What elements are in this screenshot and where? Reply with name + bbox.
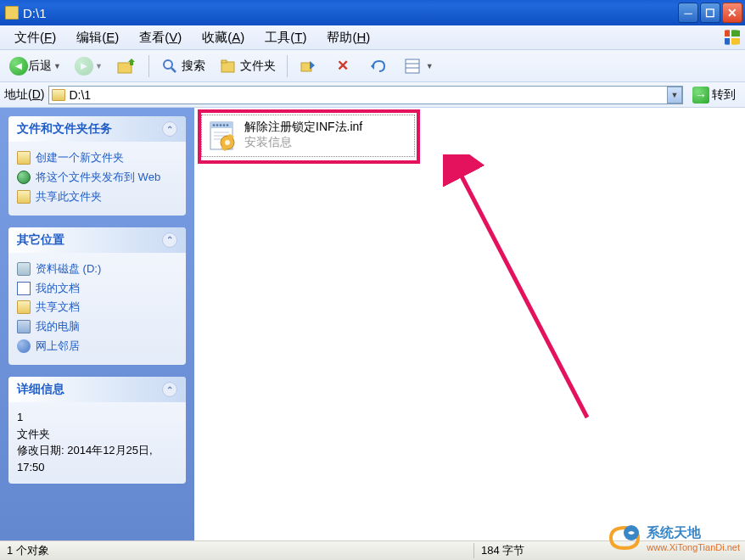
panel-other-title: 其它位置 — [17, 232, 64, 248]
maximize-button[interactable]: ☐ — [700, 3, 720, 23]
chevron-down-icon[interactable]: ▼ — [426, 62, 434, 70]
place-label: 资料磁盘 (D:) — [36, 262, 101, 277]
place-label: 我的电脑 — [36, 320, 80, 334]
up-button[interactable] — [111, 54, 143, 78]
place-shared-documents[interactable]: 共享文档 — [17, 298, 177, 317]
views-button[interactable]: ▼ — [398, 54, 439, 78]
file-item[interactable]: 解除注册锁定INF法.inf 安装信息 — [201, 115, 415, 157]
detail-type: 文件夹 — [17, 426, 177, 443]
detail-name: 1 — [17, 409, 177, 426]
panel-tasks-body: 创建一个新文件夹 将这个文件夹发布到 Web 共享此文件夹 — [8, 142, 186, 216]
window-titlebar: D:\1 ─ ☐ ✕ — [0, 0, 745, 25]
watermark-icon — [608, 521, 641, 555]
place-my-documents[interactable]: 我的文档 — [17, 279, 177, 299]
folder-icon — [5, 6, 19, 20]
task-share[interactable]: 共享此文件夹 — [17, 188, 177, 207]
menu-edit[interactable]: 编辑(E) — [66, 26, 129, 49]
address-dropdown[interactable]: ▼ — [667, 87, 682, 104]
chevron-up-icon: ⌃ — [162, 121, 177, 137]
panel-tasks-header[interactable]: 文件和文件夹任务 ⌃ — [8, 116, 186, 142]
svg-line-23 — [458, 170, 587, 417]
panel-details: 详细信息 ⌃ 1 文件夹 修改日期: 2014年12月25日, 17:50 — [8, 377, 186, 484]
svg-point-15 — [227, 124, 229, 126]
place-my-computer[interactable]: 我的电脑 — [17, 317, 177, 337]
addressbar: 地址(D) D:\1 ▼ → 转到 — [0, 82, 745, 108]
task-new-folder[interactable]: 创建一个新文件夹 — [17, 148, 177, 168]
main-area: 文件和文件夹任务 ⌃ 创建一个新文件夹 将这个文件夹发布到 Web 共享此文件夹 — [0, 108, 745, 540]
svg-rect-4 — [221, 60, 227, 63]
search-label: 搜索 — [182, 59, 205, 74]
file-name: 解除注册锁定INF法.inf — [244, 119, 362, 134]
menu-view[interactable]: 查看(V) — [129, 26, 192, 49]
toolbar: ◄ 后退 ▼ ► ▼ 搜索 文件夹 ✕ — [0, 50, 745, 82]
inf-file-icon — [205, 119, 239, 153]
menu-favorites[interactable]: 收藏(A) — [192, 26, 255, 49]
computer-icon — [17, 320, 31, 333]
forward-button[interactable]: ► ▼ — [70, 54, 108, 78]
menubar: 文件(F) 编辑(E) 查看(V) 收藏(A) 工具(T) 帮助(H) — [0, 25, 745, 50]
address-label: 地址(D) — [4, 87, 44, 103]
panel-other-header[interactable]: 其它位置 ⌃ — [8, 227, 186, 253]
panel-other-places: 其它位置 ⌃ 资料磁盘 (D:) 我的文档 共享文档 我的电脑 — [8, 227, 186, 365]
svg-point-13 — [220, 124, 222, 126]
place-label: 网上邻居 — [36, 339, 80, 354]
place-drive-d[interactable]: 资料磁盘 (D:) — [17, 260, 177, 279]
menu-help[interactable]: 帮助(H) — [316, 26, 380, 49]
delete-button[interactable]: ✕ — [328, 54, 360, 78]
undo-button[interactable] — [363, 54, 395, 78]
place-network[interactable]: 网上邻居 — [17, 337, 177, 356]
place-label: 共享文档 — [36, 300, 80, 315]
folder-up-icon — [116, 57, 135, 76]
separator — [287, 55, 288, 77]
menu-file[interactable]: 文件(F) — [4, 26, 66, 49]
back-icon: ◄ — [9, 57, 28, 76]
panel-tasks: 文件和文件夹任务 ⌃ 创建一个新文件夹 将这个文件夹发布到 Web 共享此文件夹 — [8, 116, 186, 216]
forward-icon: ► — [75, 57, 93, 76]
chevron-up-icon: ⌃ — [162, 382, 177, 397]
task-label: 共享此文件夹 — [36, 190, 102, 204]
svg-point-20 — [225, 140, 230, 145]
search-button[interactable]: 搜索 — [155, 54, 210, 78]
chevron-up-icon: ⌃ — [162, 232, 177, 248]
panel-tasks-title: 文件和文件夹任务 — [17, 121, 112, 137]
file-text: 解除注册锁定INF法.inf 安装信息 — [244, 119, 362, 153]
chevron-down-icon[interactable]: ▼ — [53, 62, 61, 70]
panel-details-body: 1 文件夹 修改日期: 2014年12月25日, 17:50 — [8, 402, 186, 484]
move-icon — [299, 57, 317, 76]
go-button[interactable]: → 转到 — [687, 85, 741, 105]
folders-button[interactable]: 文件夹 — [214, 54, 281, 78]
window-title: D:\1 — [23, 6, 676, 20]
task-publish[interactable]: 将这个文件夹发布到 Web — [17, 168, 177, 188]
detail-modified: 修改日期: 2014年12月25日, 17:50 — [17, 442, 177, 475]
windows-logo-icon — [723, 28, 742, 47]
watermark-url: www.XiTongTianDi.net — [647, 542, 740, 552]
menu-tools[interactable]: 工具(T) — [255, 26, 316, 49]
back-button[interactable]: ◄ 后退 ▼ — [4, 54, 66, 78]
views-icon — [403, 57, 422, 76]
panel-details-header[interactable]: 详细信息 ⌃ — [8, 377, 186, 402]
annotation-arrow — [443, 154, 596, 426]
window-controls: ─ ☐ ✕ — [676, 3, 742, 23]
svg-rect-3 — [221, 62, 234, 72]
separator — [148, 55, 149, 77]
move-button[interactable] — [294, 54, 325, 78]
folder-new-icon — [17, 151, 31, 165]
task-label: 创建一个新文件夹 — [36, 151, 124, 165]
place-label: 我的文档 — [36, 282, 80, 296]
undo-icon — [368, 57, 387, 76]
chevron-down-icon[interactable]: ▼ — [95, 62, 103, 70]
svg-rect-0 — [118, 63, 132, 73]
address-input[interactable]: D:\1 ▼ — [48, 86, 683, 104]
svg-point-1 — [164, 60, 172, 69]
folder-icon — [52, 89, 65, 101]
delete-icon: ✕ — [333, 57, 352, 76]
content-area[interactable]: 解除注册锁定INF法.inf 安装信息 — [194, 108, 745, 540]
panel-details-title: 详细信息 — [17, 382, 64, 397]
svg-rect-6 — [406, 59, 419, 73]
svg-line-2 — [171, 68, 176, 72]
close-button[interactable]: ✕ — [722, 3, 742, 23]
minimize-button[interactable]: ─ — [678, 3, 698, 23]
svg-point-11 — [213, 124, 216, 126]
document-icon — [17, 282, 31, 295]
go-icon: → — [692, 87, 709, 104]
